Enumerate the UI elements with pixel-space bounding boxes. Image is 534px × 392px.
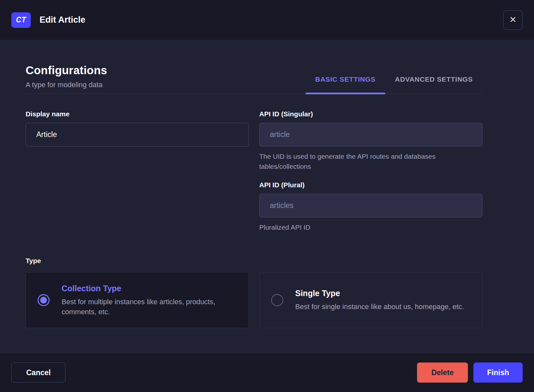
api-id-column: API ID (Singular) The UID is used to gen… <box>259 110 482 232</box>
edit-article-modal: CT Edit Article ✕ Configurations A type … <box>0 0 534 392</box>
tab-basic-settings[interactable]: BASIC SETTINGS <box>306 75 385 94</box>
close-icon: ✕ <box>509 16 517 24</box>
type-options: Collection Type Best for multiple instan… <box>26 272 482 328</box>
api-id-plural-hint: Pluralized API ID <box>259 222 470 232</box>
type-section: Type Collection Type Best for multiple i… <box>26 257 482 328</box>
collection-type-title: Collection Type <box>62 284 237 293</box>
display-name-group: Display name <box>26 110 249 232</box>
single-type-description: Best for single instance like about us, … <box>295 302 464 312</box>
collection-type-description: Best for multiple instances like article… <box>62 297 237 317</box>
type-option-collection-type[interactable]: Collection Type Best for multiple instan… <box>26 272 249 328</box>
type-option-single-type[interactable]: Single Type Best for single instance lik… <box>259 272 482 328</box>
api-id-plural-label: API ID (Plural) <box>259 181 482 189</box>
tab-advanced-settings[interactable]: ADVANCED SETTINGS <box>385 75 482 94</box>
delete-button[interactable]: Delete <box>417 363 468 383</box>
api-id-singular-input[interactable] <box>259 123 482 146</box>
modal-footer: Cancel Delete Finish <box>0 353 534 392</box>
api-id-plural-group: API ID (Plural) Pluralized API ID <box>259 181 482 232</box>
api-id-singular-group: API ID (Singular) The UID is used to gen… <box>259 110 482 171</box>
config-titles: Configurations A type for modeling data <box>26 64 107 94</box>
api-id-plural-input[interactable] <box>259 194 482 217</box>
api-id-singular-hint: The UID is used to generate the API rout… <box>259 151 470 171</box>
modal-header: CT Edit Article ✕ <box>0 0 534 40</box>
api-id-singular-label: API ID (Singular) <box>259 110 482 118</box>
collection-type-texts: Collection Type Best for multiple instan… <box>62 284 237 317</box>
cancel-button[interactable]: Cancel <box>11 363 65 383</box>
type-label: Type <box>26 257 482 265</box>
content-type-badge: CT <box>11 12 31 28</box>
settings-tabbar: BASIC SETTINGS ADVANCED SETTINGS <box>306 64 482 94</box>
config-header: Configurations A type for modeling data … <box>26 64 482 94</box>
single-type-texts: Single Type Best for single instance lik… <box>295 289 464 312</box>
finish-button[interactable]: Finish <box>473 363 523 383</box>
display-name-input[interactable] <box>26 123 249 146</box>
page-title: Configurations <box>26 64 107 77</box>
modal-title: Edit Article <box>40 15 86 25</box>
single-type-radio[interactable] <box>271 294 283 306</box>
close-button[interactable]: ✕ <box>503 10 523 30</box>
single-type-title: Single Type <box>295 289 464 298</box>
fields-grid: Display name API ID (Singular) The UID i… <box>26 110 482 232</box>
collection-type-radio[interactable] <box>38 294 50 306</box>
content-type-badge-label: CT <box>16 16 26 24</box>
display-name-label: Display name <box>26 110 249 118</box>
page-subtitle: A type for modeling data <box>26 81 107 94</box>
modal-body: Configurations A type for modeling data … <box>0 40 534 353</box>
radio-dot <box>40 297 47 304</box>
